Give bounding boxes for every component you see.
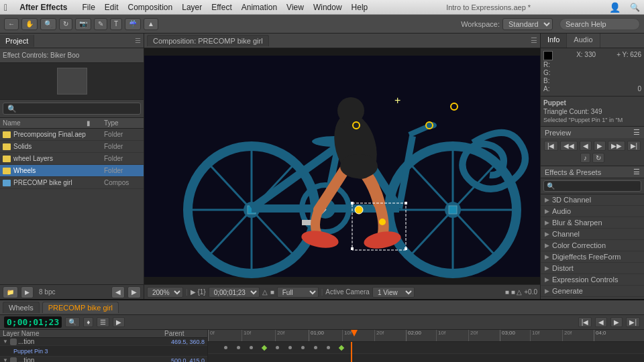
menu-edit[interactable]: Edit: [105, 3, 119, 12]
toolbar-rotate-btn[interactable]: ↻: [59, 18, 72, 30]
comp-tab[interactable]: Composition: PRECOMP bike girl: [147, 35, 269, 46]
project-tab[interactable]: Project: [0, 35, 34, 47]
menu-help[interactable]: Help: [352, 3, 368, 12]
effect-item-3d[interactable]: ▶ 3D Channel: [541, 194, 644, 206]
tl-render-btn[interactable]: ▶: [113, 317, 125, 327]
toolbar-zoom-btn[interactable]: 🔍: [40, 18, 56, 30]
timeline-tracks[interactable]: [208, 342, 644, 362]
list-item[interactable]: Wheels Folder: [0, 165, 144, 177]
viewer-icons: ■ ■ △ +0.0: [505, 288, 537, 296]
tl-nav-right[interactable]: ▶: [610, 317, 623, 327]
workspace-select[interactable]: Standard: [502, 18, 553, 30]
keyframe-dot: [262, 345, 267, 350]
folder-icon: [3, 168, 11, 174]
tl-nav-left[interactable]: ◀: [595, 317, 607, 327]
info-tab[interactable]: Info: [541, 34, 567, 48]
svg-point-31: [340, 154, 378, 178]
quality-select[interactable]: FullHalfQuarter: [277, 287, 319, 298]
effect-item-channel[interactable]: ▶ Channel: [541, 229, 644, 240]
main-toolbar: ← ✋ 🔍 ↻ 📷 ✎ T ☔ ▲ Workspace: Standard: [0, 15, 644, 34]
layer-vis-icon[interactable]: [10, 339, 17, 345]
toolbar-hand-btn[interactable]: ✋: [21, 18, 38, 30]
nav-right-btn[interactable]: ▶: [127, 286, 141, 298]
toolbar-camera-btn[interactable]: 📷: [75, 18, 91, 30]
effect-item-generate[interactable]: ▶ Generate: [541, 286, 644, 297]
toolbar-brush-btn[interactable]: ☔: [125, 18, 141, 30]
composition-view[interactable]: +: [144, 48, 540, 284]
viewer-controls-bar: 200%100%50% | ▶ {1} 0;00;01;23 △ ■ FullH…: [144, 284, 540, 299]
menu-composition[interactable]: Composition: [128, 3, 173, 12]
list-item[interactable]: wheel Layers Folder: [0, 153, 144, 165]
timeline-tab-precomp[interactable]: PRECOMP bike girl: [42, 302, 119, 313]
effect-controls-bar: Effect Controls: Biker Boo: [0, 48, 144, 63]
preview-audio-btn[interactable]: ♪: [580, 153, 590, 163]
effect-item-distort[interactable]: ▶ Distort: [541, 263, 644, 274]
toolbar-pen-btn[interactable]: ✎: [94, 18, 107, 30]
viewer-divider2: |: [321, 288, 323, 296]
menu-window[interactable]: Window: [313, 3, 342, 12]
preview-fwd-btn[interactable]: ▶▶: [608, 141, 625, 151]
effects-search-input[interactable]: [543, 180, 641, 192]
comp-panel-menu[interactable]: ☰: [531, 36, 537, 45]
preview-last-btn[interactable]: ▶|: [627, 141, 641, 151]
list-item[interactable]: Solids Folder: [0, 141, 144, 153]
preview-play-btn[interactable]: ▶: [594, 141, 606, 151]
list-item[interactable]: Precomposing Final.aep Folder: [0, 129, 144, 141]
zoom-select[interactable]: 200%100%50%: [147, 287, 183, 298]
panel-menu-icon[interactable]: ☰: [135, 37, 141, 44]
audio-tab[interactable]: Audio: [567, 34, 600, 48]
effect-label: Blur & Sharpen: [552, 219, 602, 227]
effects-menu[interactable]: ☰: [633, 168, 640, 176]
toolbar-select-btn[interactable]: ←: [4, 18, 19, 30]
new-comp-btn[interactable]: ▶: [21, 286, 34, 298]
label-column-icon: ▮: [87, 119, 91, 127]
expand-arrow: ▶: [545, 196, 549, 203]
menu-layer[interactable]: Layer: [182, 3, 202, 12]
toolbar-puppet-btn[interactable]: ▲: [144, 18, 158, 30]
menu-animation[interactable]: Animation: [241, 3, 277, 12]
effects-list: ▶ 3D Channel ▶ Audio ▶ Blur & Sharpen ▶ …: [541, 194, 644, 299]
apple-menu[interactable]: : [4, 2, 7, 13]
nav-left-btn[interactable]: ◀: [111, 286, 125, 298]
tl-nav-end[interactable]: ▶|: [626, 317, 640, 327]
render-icon: △: [262, 288, 268, 296]
effect-item-expression[interactable]: ▶ Expression Controls: [541, 274, 644, 286]
effect-item-color[interactable]: ▶ Color Correction: [541, 240, 644, 251]
effect-item-keying[interactable]: ▶ Keying: [541, 297, 644, 299]
effect-label: Keying: [552, 298, 575, 299]
layer-name-text: ...tion: [18, 357, 171, 362]
list-item[interactable]: PRECOMP bike girl Compos: [0, 177, 144, 189]
preview-prev-btn[interactable]: ◀◀: [560, 141, 578, 151]
effect-item-digi[interactable]: ▶ Digieffects FreeForm: [541, 251, 644, 263]
effects-label: Effects & Presets: [545, 168, 601, 176]
timecode-select[interactable]: 0;00;01;23: [209, 287, 260, 298]
view-select[interactable]: 1 View2 Views: [372, 287, 415, 298]
menu-file[interactable]: File: [82, 3, 95, 12]
layer-item[interactable]: ▼ ...tion 500.0, 415.0: [0, 357, 207, 362]
tl-comp-btn[interactable]: ☰: [97, 317, 109, 327]
preview-menu[interactable]: ☰: [633, 128, 640, 137]
tl-search-btn[interactable]: 🔍: [65, 317, 80, 327]
preview-back-btn[interactable]: ◀: [580, 141, 592, 151]
tl-nav-start[interactable]: |◀: [578, 317, 592, 327]
timeline-tab-wheels[interactable]: Wheels: [3, 302, 40, 313]
menu-view[interactable]: View: [286, 3, 304, 12]
time-display[interactable]: 0;00;01;23: [4, 316, 62, 328]
tl-marker-btn[interactable]: ♦: [83, 317, 93, 327]
expand-arrow: ▶: [545, 276, 549, 283]
effect-item-blur[interactable]: ▶ Blur & Sharpen: [541, 217, 644, 229]
new-folder-btn[interactable]: 📁: [3, 286, 18, 298]
toolbar-text-btn[interactable]: T: [110, 18, 122, 30]
folder-icon: [3, 143, 11, 150]
search-input[interactable]: [559, 18, 640, 30]
layer-item[interactable]: ▼ ...tion 469.5, 360.8: [0, 338, 207, 346]
preview-first-btn[interactable]: |◀: [544, 141, 558, 151]
effect-item-audio[interactable]: ▶ Audio: [541, 206, 644, 217]
project-search-input[interactable]: [3, 103, 141, 115]
layer-vis-icon[interactable]: [10, 357, 17, 363]
expand-arrow: ▶: [545, 288, 549, 294]
track-row[interactable]: [208, 342, 644, 354]
composition-tab-bar: Composition: PRECOMP bike girl ☰: [144, 34, 540, 48]
preview-loop-btn[interactable]: ↻: [592, 153, 604, 163]
menu-effect[interactable]: Effect: [211, 3, 231, 12]
